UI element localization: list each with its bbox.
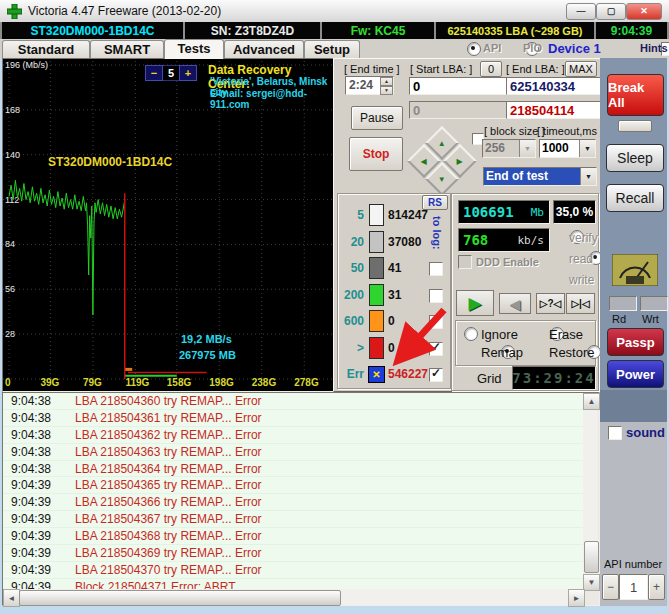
power-button[interactable]: Power <box>607 360 664 388</box>
api-radio[interactable] <box>467 42 481 56</box>
counter-label: 50 <box>338 261 364 275</box>
timeout-value: 1000 <box>540 140 579 157</box>
action-ignore-radio[interactable] <box>464 327 478 341</box>
counter-log-checkbox[interactable] <box>429 262 443 276</box>
scroll-up-icon[interactable]: ▲ <box>583 393 600 410</box>
log-time: 9:04:39 <box>11 563 59 577</box>
counter-value: 0 <box>388 314 395 328</box>
svg-text:0: 0 <box>5 377 11 388</box>
block-size-label: [ block size ] <box>484 125 545 137</box>
block-size-select: 256 ▼ <box>482 139 536 158</box>
current-speed-readout: 19,2 MB/s <box>181 333 232 345</box>
log-hscrollbar[interactable]: ◄ ► <box>3 589 583 605</box>
end-time-up-icon[interactable]: ▲ <box>380 77 393 86</box>
start-scan-button[interactable]: ▶ <box>456 290 494 316</box>
graph-zoom-in-button[interactable]: + <box>179 65 197 81</box>
end-lba-max-button[interactable]: MAX <box>565 61 597 77</box>
counter-log-checkbox[interactable] <box>429 289 443 303</box>
start-lba-input[interactable]: 0 <box>409 77 507 95</box>
close-button[interactable]: ✕ <box>626 3 662 20</box>
hscroll-thumb[interactable] <box>19 590 341 606</box>
start-lba-zero-button[interactable]: 0 <box>480 61 502 77</box>
grid-label: Grid <box>477 371 502 386</box>
minimize-button[interactable]: — <box>566 3 596 20</box>
counter-value: 41 <box>388 261 401 275</box>
break-all-button[interactable]: Break All <box>607 74 664 116</box>
percent-value: 35,0 % <box>556 205 593 219</box>
log-message: LBA 218504361 try REMAP... Error <box>75 411 262 425</box>
error-x-icon: ✕ <box>368 366 385 383</box>
timeout-select[interactable]: 1000 ▼ <box>539 139 596 158</box>
log-row: 9:04:38LBA 218504364 try REMAP... Error <box>3 461 583 478</box>
svg-text:198G: 198G <box>209 377 234 388</box>
drive-serial: SN: Z3T8DZ4D <box>185 22 320 39</box>
sleep-button[interactable]: Sleep <box>606 144 664 172</box>
end-action-select[interactable]: End of test ▼ <box>483 167 597 186</box>
passp-button[interactable]: Passp <box>607 328 664 356</box>
log-time: 9:04:39 <box>11 546 59 560</box>
mode-read-label: read <box>569 252 593 266</box>
device-label: Device 1 <box>548 41 601 56</box>
position-lcd: 106691 Mb <box>458 200 550 224</box>
end-time-spinner[interactable]: 2:24 ▲▼ <box>345 76 394 95</box>
timeout-dropdown-icon[interactable]: ▼ <box>579 140 595 157</box>
log-message: LBA 218504360 try REMAP... Error <box>75 394 262 408</box>
log-row: 9:04:38LBA 218504363 try REMAP... Error <box>3 444 583 461</box>
speed-value: 768 <box>463 232 488 248</box>
graph-zoom-out-button[interactable]: − <box>145 65 163 81</box>
tab-smart[interactable]: SMART <box>90 40 164 58</box>
counter-log-checkbox[interactable] <box>429 368 443 382</box>
analog-gauge-meter <box>612 254 658 286</box>
tab-setup[interactable]: Setup <box>304 40 360 58</box>
svg-text:238G: 238G <box>252 377 277 388</box>
percent-lcd: 35,0 % <box>553 200 596 224</box>
scroll-left-icon[interactable]: ◄ <box>3 589 20 607</box>
svg-text:119G: 119G <box>125 377 149 388</box>
end-action-dropdown-icon[interactable]: ▼ <box>580 168 596 185</box>
seek-nav-cluster: ▲ ◀ ▶ ▼ <box>412 131 468 187</box>
end-action-value: End of test <box>484 168 580 185</box>
recall-button[interactable]: Recall <box>606 184 664 212</box>
end-lba-input[interactable]: 625140334 <box>506 77 601 95</box>
elapsed-timer-lcd: 73:29:24 <box>512 366 596 390</box>
maximize-button[interactable]: ▢ <box>596 3 626 20</box>
scan-to-end-button[interactable]: ▷|◁ <box>566 293 595 314</box>
sidebar-divider-band <box>600 390 667 422</box>
sound-checkbox[interactable] <box>608 426 622 440</box>
scan-retry-button[interactable]: ▷?◁ <box>536 293 565 314</box>
counter-row: 6000 <box>338 308 448 335</box>
svg-text:39G: 39G <box>40 377 59 388</box>
pio-radio-label: PIO <box>523 42 542 54</box>
current-position-readout: 267975 MB <box>179 349 236 361</box>
scroll-right-icon[interactable]: ► <box>568 589 585 607</box>
retry-icon: ▷?◁ <box>540 298 562 309</box>
stop-button[interactable]: Stop <box>349 137 403 171</box>
log-row: 9:04:38LBA 218504362 try REMAP... Error <box>3 427 583 444</box>
tab-standard[interactable]: Standard <box>2 40 90 58</box>
clock: 9:04:39 <box>596 22 667 39</box>
counter-rows: 581424720370805041200316000>0Err✕546227 <box>338 198 448 386</box>
log-entries[interactable]: 9:04:38LBA 218504360 try REMAP... Error9… <box>3 393 583 589</box>
api-number-spinner: − 1 + <box>602 574 665 600</box>
log-time: 9:04:38 <box>11 462 59 476</box>
speed-unit: kb/s <box>518 234 545 247</box>
log-time: 9:04:38 <box>11 394 59 408</box>
counter-log-checkbox[interactable] <box>429 342 443 356</box>
scroll-down-icon[interactable]: ▼ <box>583 574 600 591</box>
api-number-plus-button[interactable]: + <box>648 574 665 600</box>
vscroll-thumb[interactable] <box>584 541 599 573</box>
log-row: 9:04:38LBA 218504360 try REMAP... Error <box>3 393 583 410</box>
tab-advanced[interactable]: Advanced <box>224 40 304 58</box>
api-number-minus-button[interactable]: − <box>602 574 619 600</box>
log-vscrollbar[interactable]: ▲ ▼ <box>583 393 598 589</box>
tab-bar: Standard SMART Tests Advanced Setup API … <box>0 39 669 58</box>
api-number-label: API number <box>604 558 662 570</box>
scan-back-button[interactable]: ◀ <box>499 293 531 314</box>
tab-tests[interactable]: Tests <box>164 39 224 59</box>
pause-button[interactable]: Pause <box>351 106 403 130</box>
small-indicator-button[interactable] <box>618 120 652 132</box>
counter-log-checkbox[interactable] <box>429 315 443 329</box>
end-time-down-icon[interactable]: ▼ <box>380 86 393 95</box>
monitor-panel: 106691 Mb 35,0 % 768 kb/s DDD Enable ver… <box>451 193 599 391</box>
graph-zoom-control: − 5 + <box>145 65 197 81</box>
